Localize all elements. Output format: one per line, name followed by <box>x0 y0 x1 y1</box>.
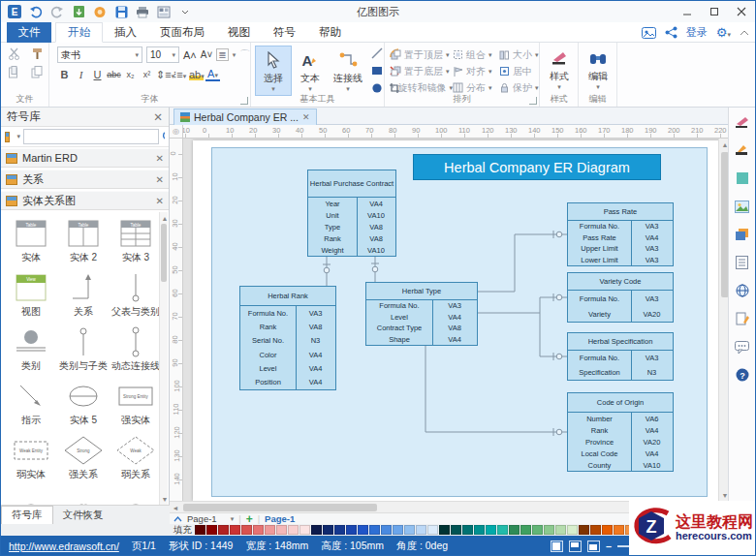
swatch-33[interactable] <box>579 525 589 535</box>
font-size-select[interactable]: 10▾ <box>146 46 179 63</box>
swatch-19[interactable] <box>416 525 426 535</box>
swatch-0[interactable] <box>195 525 205 535</box>
strikethrough-icon[interactable]: abc <box>107 70 121 79</box>
entity-herbal-type[interactable]: Herbal TypeFormula No.LevelContract Type… <box>365 282 478 346</box>
cut-icon[interactable] <box>8 47 21 60</box>
symbol-父表与类别[interactable]: 父表与类别 <box>110 270 161 319</box>
symbol-实体 5[interactable]: 实体 5 <box>58 379 109 427</box>
swatch-32[interactable] <box>567 525 578 535</box>
paste-icon[interactable] <box>8 66 20 78</box>
view-normal-icon[interactable] <box>551 541 563 552</box>
section-close-icon[interactable]: ✕ <box>156 196 164 206</box>
swatch-14[interactable] <box>358 525 368 535</box>
arrange-item-1[interactable]: 组合▾ <box>453 48 499 62</box>
swatch-35[interactable] <box>602 525 613 535</box>
font-family-select[interactable]: 隶书▾ <box>57 46 142 63</box>
view-full-icon[interactable] <box>587 541 600 552</box>
arrange-item-6[interactable]: 旋转和镜像▾ <box>391 81 453 95</box>
swatch-36[interactable] <box>614 525 624 535</box>
close-button[interactable] <box>728 1 755 22</box>
arrange-item-8[interactable]: 保护▾ <box>499 81 540 95</box>
highlight-icon[interactable]: ab▾ <box>189 69 204 80</box>
library-scrollbar[interactable]: ▲ ▼ <box>159 212 168 505</box>
print-icon[interactable] <box>135 4 150 19</box>
swatch-27[interactable] <box>509 525 520 535</box>
edrawsoft-link[interactable]: http://www.edrawsoft.cn/ <box>9 541 119 552</box>
swatch-29[interactable] <box>532 525 543 535</box>
section-close-icon[interactable]: ✕ <box>156 174 164 185</box>
pages-icon[interactable] <box>734 226 751 243</box>
library-close-icon[interactable]: ✕ <box>153 110 163 124</box>
entity-herbal-purchase-contract[interactable]: Herbal Purchase ContractYearUnitTypeRank… <box>307 170 396 257</box>
symbol-强实体[interactable]: Strong Entity强实体 <box>110 379 161 427</box>
share-icon[interactable] <box>665 26 677 39</box>
symbol-弱关系[interactable]: Weak弱关系 <box>110 433 161 481</box>
settings-gear-icon[interactable]: ⚙▾ <box>716 25 731 40</box>
text-tool-button[interactable]: A文本▾ <box>294 46 327 96</box>
library-section-1[interactable]: 关系✕ <box>1 170 169 189</box>
swatch-20[interactable] <box>427 525 438 535</box>
swatch-18[interactable] <box>404 525 415 535</box>
library-section-2[interactable]: 实体关系图✕ <box>1 191 169 210</box>
file-menu-button[interactable]: 文件 <box>7 22 51 43</box>
entity-herbal-rank[interactable]: Herbal RankFormula No.RankSerial No.Colo… <box>239 286 336 390</box>
panel-tab-0[interactable]: 符号库 <box>1 506 53 524</box>
collapse-chevron-icon[interactable] <box>173 515 182 523</box>
style-button[interactable]: 样式▾ <box>542 46 577 97</box>
symbol-derived-attr[interactable]: (Derived attribu <box>58 487 109 505</box>
swatch-3[interactable] <box>230 525 240 535</box>
library-section-0[interactable]: Martin ERD✕ <box>1 148 169 168</box>
import-icon[interactable] <box>71 4 86 19</box>
subscript-icon[interactable]: x₂ <box>123 70 138 79</box>
arrange-item-0[interactable]: 置于顶层▾ <box>391 48 453 62</box>
drawing-viewport[interactable]: Herbal Company ER Diagram Herbal Purchas… <box>183 139 718 501</box>
swatch-15[interactable] <box>369 525 380 535</box>
library-dropdown-caret[interactable]: ▾ <box>17 133 21 140</box>
document-tab[interactable]: Herbal Company ER ... ✕ <box>173 108 317 125</box>
bullet-list-icon[interactable]: ⁝≡▾ <box>173 69 187 81</box>
symbol-实体[interactable]: Table实体 <box>6 216 56 264</box>
grow-font-icon[interactable]: A˄ <box>183 49 197 61</box>
rect-shape-icon[interactable] <box>371 65 383 77</box>
select-tool-button[interactable]: 选择▾ <box>255 46 292 96</box>
search-icon[interactable] <box>162 131 165 142</box>
swatch-24[interactable] <box>474 525 485 535</box>
menu-tab-0[interactable]: 开始 <box>55 22 103 43</box>
menu-tab-1[interactable]: 插入 <box>103 22 148 43</box>
login-link[interactable]: 登录 <box>686 25 708 40</box>
open-icon[interactable] <box>92 4 108 19</box>
symbol-类别与子类[interactable]: 类别与子类 <box>58 324 109 373</box>
preview-icon[interactable] <box>156 4 172 19</box>
arrange-item-3[interactable]: 置于底层▾ <box>391 65 453 78</box>
collapse-ribbon-icon[interactable] <box>740 29 749 37</box>
swatch-16[interactable] <box>381 525 392 535</box>
swatch-11[interactable] <box>323 525 333 535</box>
bold-icon[interactable]: B <box>57 69 72 80</box>
swatch-30[interactable] <box>544 525 554 535</box>
symbol-关系[interactable]: 关系 <box>58 270 109 319</box>
line-shape-icon[interactable] <box>371 47 383 59</box>
section-close-icon[interactable]: ✕ <box>156 153 164 164</box>
swatch-6[interactable] <box>265 525 275 535</box>
arrange-item-5[interactable]: 居中 <box>499 65 540 78</box>
curve-text-icon[interactable]: ⌒ <box>239 47 250 62</box>
fill-icon[interactable] <box>734 170 751 187</box>
menu-tab-5[interactable]: 帮助 <box>307 22 353 43</box>
symbol-实体 3[interactable]: Table实体 3 <box>110 216 161 264</box>
copy-icon[interactable] <box>31 66 44 78</box>
redo-icon[interactable] <box>49 4 65 19</box>
swatch-31[interactable] <box>555 525 566 535</box>
line-spacing-icon[interactable]: ⇕≡▾ <box>156 69 171 81</box>
swatch-5[interactable] <box>253 525 264 535</box>
globe-icon[interactable] <box>734 282 751 299</box>
help-icon[interactable]: ? <box>734 366 751 384</box>
swatch-4[interactable] <box>241 525 252 535</box>
arrange-item-4[interactable]: 对齐▾ <box>453 65 499 78</box>
undo-icon[interactable] <box>28 4 44 19</box>
superscript-icon[interactable]: x² <box>140 70 154 79</box>
connector-tool-button[interactable]: 连接线▾ <box>329 46 367 96</box>
swatch-13[interactable] <box>346 525 357 535</box>
library-scroll-thumb[interactable] <box>161 224 167 282</box>
menu-tab-3[interactable]: 视图 <box>216 22 262 43</box>
page-selector[interactable]: Page-1▾ <box>187 513 234 524</box>
